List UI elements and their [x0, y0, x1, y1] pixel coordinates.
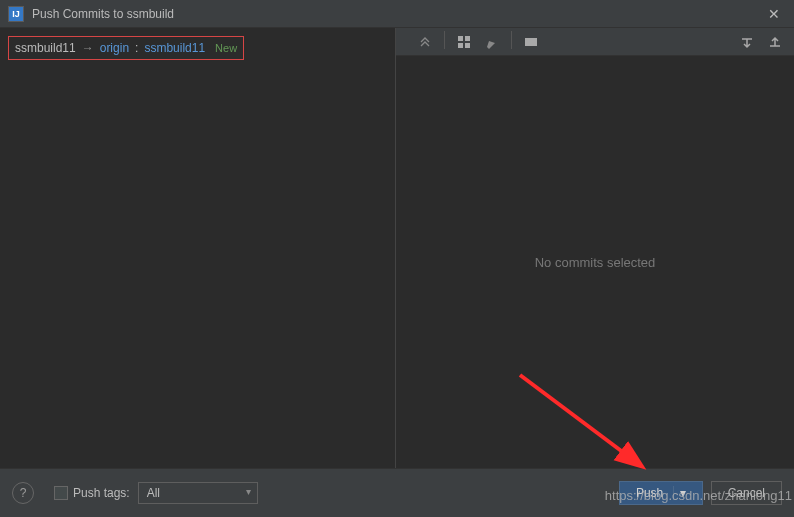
- title-bar: IJ Push Commits to ssmbuild ✕: [0, 0, 794, 28]
- left-pane: ssmbuild11 → origin : ssmbuild11 New: [0, 28, 395, 468]
- app-icon: IJ: [8, 6, 24, 22]
- commits-empty-area: No commits selected: [396, 56, 794, 468]
- push-tags-checkbox-wrapper[interactable]: Push tags:: [54, 486, 130, 500]
- help-button[interactable]: ?: [12, 482, 34, 504]
- svg-rect-3: [465, 43, 470, 48]
- no-commits-label: No commits selected: [535, 255, 656, 270]
- right-pane: No commits selected: [395, 28, 794, 468]
- collapse-all-icon[interactable]: [764, 31, 786, 53]
- push-tags-checkbox[interactable]: [54, 486, 68, 500]
- branch-mapping-row[interactable]: ssmbuild11 → origin : ssmbuild11 New: [8, 36, 244, 60]
- help-icon: ?: [20, 486, 27, 500]
- toolbar-separator: [511, 31, 512, 49]
- svg-rect-2: [458, 43, 463, 48]
- edit-icon[interactable]: [481, 31, 503, 53]
- svg-rect-0: [458, 36, 463, 41]
- expand-all-icon[interactable]: [736, 31, 758, 53]
- diff-toolbar: [396, 28, 794, 56]
- svg-rect-1: [465, 36, 470, 41]
- preview-icon[interactable]: [520, 31, 542, 53]
- colon-separator: :: [135, 41, 138, 55]
- close-button[interactable]: ✕: [754, 0, 794, 28]
- push-tags-select[interactable]: All: [138, 482, 258, 504]
- main-area: ssmbuild11 → origin : ssmbuild11 New: [0, 28, 794, 468]
- push-tags-value: All: [147, 486, 160, 500]
- new-branch-badge: New: [215, 42, 237, 54]
- push-tags-label: Push tags:: [73, 486, 130, 500]
- local-branch-label: ssmbuild11: [15, 41, 76, 55]
- window-title: Push Commits to ssmbuild: [32, 7, 174, 21]
- remote-name[interactable]: origin: [100, 41, 129, 55]
- svg-rect-4: [525, 38, 537, 46]
- toolbar-separator: [444, 31, 445, 49]
- expand-icon[interactable]: [414, 31, 436, 53]
- remote-branch-name[interactable]: ssmbuild11: [144, 41, 205, 55]
- arrow-icon: →: [82, 41, 94, 55]
- group-by-icon[interactable]: [453, 31, 475, 53]
- watermark-text: https://blog.csdn.net/zhanlong11: [605, 488, 792, 503]
